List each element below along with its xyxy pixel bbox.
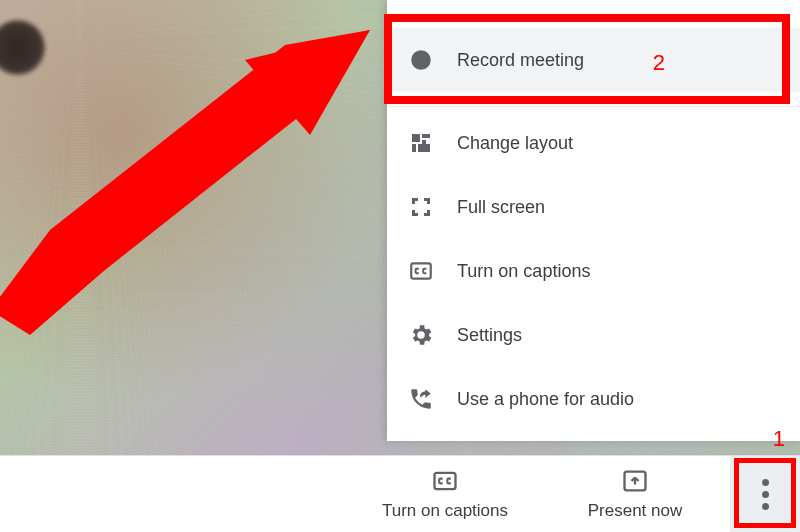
svg-point-2 xyxy=(411,50,431,70)
svg-rect-7 xyxy=(418,144,430,152)
menu-label: Full screen xyxy=(457,197,545,218)
svg-rect-3 xyxy=(412,134,420,142)
more-options-menu: Record meeting Change layout Full screen… xyxy=(387,0,800,441)
menu-label: Turn on captions xyxy=(457,261,590,282)
menu-item-captions[interactable]: Turn on captions xyxy=(387,239,800,303)
phone-audio-icon xyxy=(407,385,435,413)
menu-label: Change layout xyxy=(457,133,573,154)
more-options-button[interactable] xyxy=(730,456,800,532)
annotation-label-2: 2 xyxy=(653,50,665,76)
annotation-label-1: 1 xyxy=(773,426,785,452)
menu-label: Record meeting xyxy=(457,50,584,71)
fullscreen-icon xyxy=(407,193,435,221)
captions-button[interactable]: Turn on captions xyxy=(350,456,540,532)
present-button[interactable]: Present now xyxy=(540,456,730,532)
menu-item-phone[interactable]: Use a phone for audio xyxy=(387,367,800,431)
more-vertical-icon xyxy=(762,479,769,510)
present-icon xyxy=(621,467,649,495)
bottom-toolbar: Turn on captions Present now xyxy=(0,455,800,532)
svg-rect-6 xyxy=(412,144,416,152)
layout-icon xyxy=(407,129,435,157)
menu-label: Use a phone for audio xyxy=(457,389,634,410)
menu-item-record[interactable]: Record meeting xyxy=(387,28,800,92)
button-label: Present now xyxy=(588,501,683,521)
button-label: Turn on captions xyxy=(382,501,508,521)
svg-rect-9 xyxy=(435,473,456,489)
menu-label: Settings xyxy=(457,325,522,346)
menu-item-settings[interactable]: Settings xyxy=(387,303,800,367)
svg-rect-8 xyxy=(411,263,431,278)
menu-item-layout[interactable]: Change layout xyxy=(387,111,800,175)
captions-icon xyxy=(407,257,435,285)
gear-icon xyxy=(407,321,435,349)
menu-item-fullscreen[interactable]: Full screen xyxy=(387,175,800,239)
svg-rect-4 xyxy=(422,134,430,138)
svg-rect-5 xyxy=(422,140,426,144)
captions-icon xyxy=(431,467,459,495)
video-subject-blur xyxy=(0,20,45,75)
record-icon xyxy=(407,46,435,74)
